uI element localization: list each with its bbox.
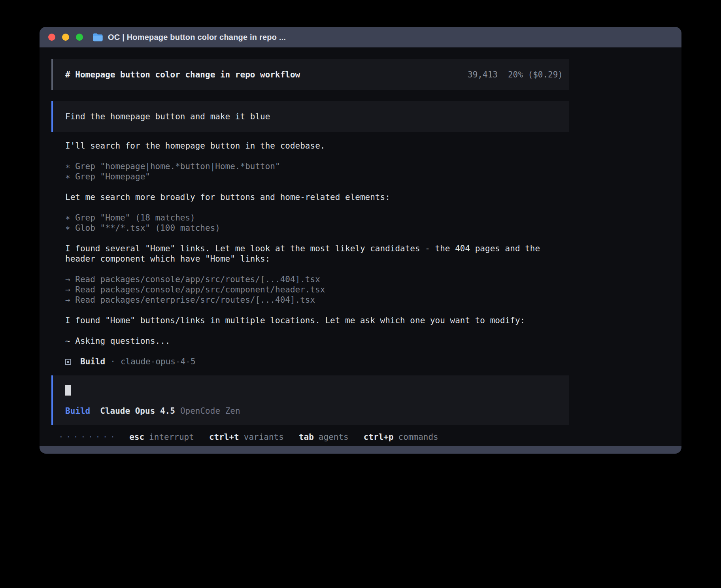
user-message: Find the homepage button and make it blu… (51, 101, 569, 132)
agent-model: claude-opus-4-5 (121, 356, 196, 367)
assistant-text: Let me search more broadly for buttons a… (65, 192, 569, 202)
terminal-content[interactable]: # Homepage button color change in repo w… (40, 47, 681, 446)
tool-call-read: → Read packages/console/app/src/routes/[… (65, 274, 569, 285)
hint-agents: tab agents (299, 432, 349, 442)
window-title: OC | Homepage button color change in rep… (108, 33, 286, 42)
hint-label: variants (244, 432, 284, 442)
tool-call-grep: ∗ Grep "Homepage" (65, 172, 569, 182)
status-text: ~ Asking questions... (65, 336, 569, 346)
traffic-lights (48, 34, 83, 41)
user-message-text: Find the homepage button and make it blu… (65, 112, 270, 121)
prompt-input[interactable]: Build Claude Opus 4.5 OpenCode Zen (51, 375, 569, 425)
text-cursor (65, 385, 71, 396)
context-cost: 20% ($0.29) (508, 70, 563, 80)
terminal-window: OC | Homepage button color change in rep… (40, 27, 681, 454)
hint-label: agents (319, 432, 349, 442)
session-meta: 39,413 20% ($0.29) (468, 70, 563, 80)
tool-call-grep: ∗ Grep "Home" (18 matches) (65, 213, 569, 223)
window-titlebar[interactable]: OC | Homepage button color change in rep… (40, 27, 681, 47)
hint-label: commands (398, 432, 438, 442)
agent-name: Build (80, 356, 105, 367)
token-count: 39,413 (468, 70, 498, 80)
hint-variants: ctrl+t variants (209, 432, 284, 442)
status-bar: ········ esc interrupt ctrl+t variants t… (51, 432, 569, 442)
hint-interrupt: esc interrupt (129, 432, 194, 442)
hint-key: ctrl+t (209, 432, 239, 442)
input-meta-row: Build Claude Opus 4.5 OpenCode Zen (65, 406, 563, 416)
desktop-background: OC | Homepage button color change in rep… (0, 0, 721, 588)
assistant-text: I found "Home" buttons/links in multiple… (65, 315, 569, 326)
agent-status-row: Build · claude-opus-4-5 (65, 356, 569, 367)
hint-key: ctrl+p (364, 432, 394, 442)
assistant-text: I'll search for the homepage button in t… (65, 141, 569, 151)
input-agent-label[interactable]: Build (65, 406, 90, 416)
hint-commands: ctrl+p commands (364, 432, 438, 442)
agent-separator: · (110, 356, 115, 367)
window-title-group: OC | Homepage button color change in rep… (92, 33, 286, 42)
transcript: I'll search for the homepage button in t… (65, 141, 569, 367)
input-model-label[interactable]: Claude Opus 4.5 (100, 406, 175, 416)
progress-dots: ········ (59, 432, 117, 442)
hint-key: tab (299, 432, 314, 442)
close-button[interactable] (48, 34, 55, 41)
assistant-text: I found several "Home" links. Let me loo… (65, 243, 569, 264)
tool-call-read: → Read packages/enterprise/src/routes/[.… (65, 295, 569, 305)
agent-icon-dot (67, 361, 69, 363)
agent-icon (65, 359, 71, 365)
hint-key: esc (129, 432, 144, 442)
zoom-button[interactable] (76, 34, 83, 41)
session-view: # Homepage button color change in repo w… (51, 59, 569, 442)
session-title: # Homepage button color change in repo w… (65, 70, 300, 80)
tool-call-grep: ∗ Grep "homepage|home.*button|Home.*butt… (65, 161, 569, 172)
tool-call-glob: ∗ Glob "**/*.tsx" (100 matches) (65, 223, 569, 233)
hint-label: interrupt (149, 432, 194, 442)
session-header: # Homepage button color change in repo w… (51, 59, 569, 90)
minimize-button[interactable] (62, 34, 69, 41)
input-provider-label: OpenCode Zen (180, 406, 240, 416)
tool-call-read: → Read packages/console/app/src/componen… (65, 285, 569, 295)
folder-icon (92, 33, 103, 41)
